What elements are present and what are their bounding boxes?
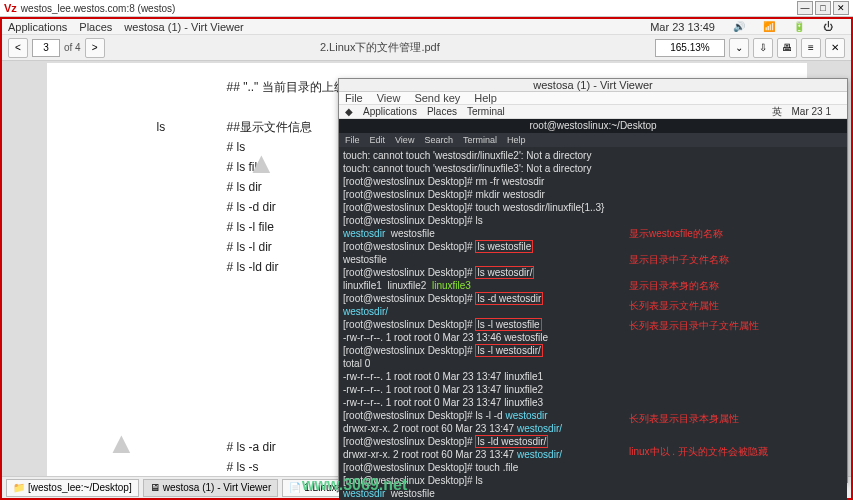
terminal-titlebar: root@westoslinux:~/Desktop <box>339 119 847 133</box>
virt-menu-sendkey[interactable]: Send key <box>414 92 460 104</box>
virt-titlebar[interactable]: westosa (1) - Virt Viewer <box>339 79 847 92</box>
virt-viewer-window[interactable]: westosa (1) - Virt Viewer File View Send… <box>338 78 848 483</box>
terminal-line: [root@westoslinux Desktop]# touch .file <box>343 461 843 474</box>
taskbar-item[interactable]: 🖥westosa (1) - Virt Viewer <box>143 479 279 497</box>
pdf-title: 2.Linux下的文件管理.pdf <box>109 40 651 55</box>
terminal-line: [root@westoslinux Desktop]# ls <box>343 214 843 227</box>
applications-menu[interactable]: Applications <box>8 21 67 33</box>
terminal-line: [root@westoslinux Desktop]# ls -l westos… <box>343 344 843 357</box>
terminal-line: drwxr-xr-x. 2 root root 60 Mar 23 13:47 … <box>343 422 843 435</box>
text-line: # ls -l dir <box>227 237 272 257</box>
inner-places-menu[interactable]: Places <box>427 106 457 117</box>
download-button[interactable]: ⇩ <box>753 38 773 58</box>
terminal-line: -rw-r--r--. 1 root root 0 Mar 23 13:46 w… <box>343 331 843 344</box>
next-page-button[interactable]: > <box>85 38 105 58</box>
virt-menu-file[interactable]: File <box>345 92 363 104</box>
terminal-line: [root@westoslinux Desktop]# ls -l -d wes… <box>343 409 843 422</box>
content-frame: Applications Places westosa (1) - Virt V… <box>0 17 853 500</box>
terminal-line: -rw-r--r--. 1 root root 0 Mar 23 13:47 l… <box>343 370 843 383</box>
text-line: ##显示文件信息 <box>227 117 312 137</box>
text-line: # ls -ld dir <box>227 257 279 277</box>
terminal-line: -rw-r--r--. 1 root root 0 Mar 23 13:47 l… <box>343 396 843 409</box>
shutdown-icon[interactable]: ⏻ <box>823 21 833 32</box>
maximize-button[interactable]: □ <box>815 1 831 15</box>
close-tab-button[interactable]: ✕ <box>825 38 845 58</box>
terminal-line: [root@westoslinux Desktop]# ls -l westos… <box>343 318 843 331</box>
terminal-line: [root@westoslinux Desktop]# ls -d westos… <box>343 292 843 305</box>
terminal-body[interactable]: 显示westosfile的名称 显示目录中子文件名称 显示目录本身的名称 长列表… <box>339 147 847 500</box>
power-icon[interactable]: 🔋 <box>793 21 805 32</box>
term-menu-terminal[interactable]: Terminal <box>463 135 497 145</box>
text-line: ls <box>157 117 227 137</box>
close-button[interactable]: ✕ <box>833 1 849 15</box>
inner-gnome-bar: ◆ Applications Places Terminal 英 Mar 23 … <box>339 105 847 119</box>
annotation: 显示目录本身的名称 <box>629 279 719 292</box>
terminal-line: [root@westoslinux Desktop]# touch westos… <box>343 201 843 214</box>
places-menu[interactable]: Places <box>79 21 112 33</box>
window-title: westos_lee.westos.com:8 (westos) <box>21 3 797 14</box>
terminal-line: -rw-r--r--. 1 root root 0 Mar 23 13:47 l… <box>343 383 843 396</box>
terminal-line: touch: cannot touch 'westosdir/linuxfile… <box>343 162 843 175</box>
annotation: 长列表显示文件属性 <box>629 299 719 312</box>
text-line: # ls -a dir <box>227 437 276 457</box>
text-line: # ls -s <box>227 457 259 476</box>
terminal-line: [root@westoslinux Desktop]# ls -ld westo… <box>343 435 843 448</box>
inner-terminal-menu[interactable]: Terminal <box>467 106 505 117</box>
term-menu-file[interactable]: File <box>345 135 360 145</box>
term-menu-help[interactable]: Help <box>507 135 526 145</box>
terminal-line: westosdir westosfile <box>343 227 843 240</box>
term-menu-edit[interactable]: Edit <box>370 135 386 145</box>
text-line: # ls -d dir <box>227 197 276 217</box>
terminal-line: [root@westoslinux Desktop]# ls <box>343 474 843 487</box>
page-number-input[interactable] <box>32 39 60 57</box>
taskbar-item[interactable]: 📁[westos_lee:~/Desktop] <box>6 479 139 497</box>
menu-button[interactable]: ≡ <box>801 38 821 58</box>
annotation: 长列表显示目录本身属性 <box>629 412 739 425</box>
terminal-line: westosfile <box>343 253 843 266</box>
annotation: 显示目录中子文件名称 <box>629 253 729 266</box>
terminal-menubar: File Edit View Search Terminal Help <box>339 133 847 147</box>
app-icon: Vz <box>4 2 17 14</box>
terminal-line: [root@westoslinux Desktop]# rm -fr westo… <box>343 175 843 188</box>
page-of-label: of 4 <box>64 42 81 53</box>
minimize-button[interactable]: — <box>797 1 813 15</box>
terminal-line: total 0 <box>343 357 843 370</box>
virt-menu-view[interactable]: View <box>377 92 401 104</box>
inner-lang-label[interactable]: 英 <box>772 105 782 119</box>
print-button[interactable]: 🖶 <box>777 38 797 58</box>
zoom-input[interactable] <box>655 39 725 57</box>
terminal-line: [root@westoslinux Desktop]# mkdir westos… <box>343 188 843 201</box>
volume-icon[interactable]: 🔊 <box>733 21 745 32</box>
watermark-logo: ▲ <box>107 433 137 453</box>
zoom-dropdown-button[interactable]: ⌄ <box>729 38 749 58</box>
term-menu-search[interactable]: Search <box>424 135 453 145</box>
terminal-line: [root@westoslinux Desktop]# ls westosfil… <box>343 240 843 253</box>
text-line: # ls dir <box>227 177 262 197</box>
term-menu-view[interactable]: View <box>395 135 414 145</box>
pdf-toolbar: < of 4 > 2.Linux下的文件管理.pdf ⌄ ⇩ 🖶 ≡ ✕ <box>2 35 851 61</box>
current-app-label[interactable]: westosa (1) - Virt Viewer <box>124 21 243 33</box>
terminal-line: linuxfile1 linuxfile2 linuxfile3 <box>343 279 843 292</box>
terminal-line: [root@westoslinux Desktop]# ls westosdir… <box>343 266 843 279</box>
network-icon[interactable]: 📶 <box>763 21 775 32</box>
terminal-window: root@westoslinux:~/Desktop File Edit Vie… <box>339 119 847 500</box>
virt-menubar: File View Send key Help <box>339 92 847 105</box>
annotation: 长列表显示目录中子文件属性 <box>629 319 759 332</box>
terminal-line: westosdir westosfile <box>343 487 843 500</box>
virt-menu-help[interactable]: Help <box>474 92 497 104</box>
terminal-line: touch: cannot touch 'westosdir/linuxfile… <box>343 149 843 162</box>
outer-window-titlebar: Vz westos_lee.westos.com:8 (westos) — □ … <box>0 0 853 17</box>
annotation: 显示westosfile的名称 <box>629 227 723 240</box>
clock-label[interactable]: Mar 23 13:49 <box>650 21 715 33</box>
annotation: linux中以 . 开头的文件会被隐藏 <box>629 445 768 458</box>
gnome-top-bar: Applications Places westosa (1) - Virt V… <box>2 19 851 35</box>
text-line: # ls file <box>227 157 264 177</box>
inner-date-label[interactable]: Mar 23 1 <box>792 106 831 117</box>
terminal-line: westosdir/ <box>343 305 843 318</box>
terminal-line: drwxr-xr-x. 2 root root 60 Mar 23 13:47 … <box>343 448 843 461</box>
prev-page-button[interactable]: < <box>8 38 28 58</box>
text-line: ## ".." <box>227 77 259 97</box>
text-line: # ls <box>227 137 246 157</box>
text-line: # ls -l file <box>227 217 274 237</box>
inner-apps-menu[interactable]: Applications <box>363 106 417 117</box>
